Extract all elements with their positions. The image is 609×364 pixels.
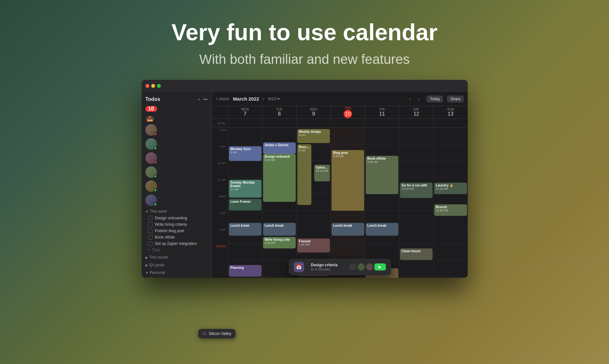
event-book-offsite-fri[interactable]: Book offsite 9:45 AM xyxy=(366,156,398,194)
checkbox-design-onboarding[interactable] xyxy=(148,216,152,220)
close-button[interactable] xyxy=(145,84,149,88)
day-header-sat12[interactable]: Sat 12 xyxy=(399,106,433,118)
home-link[interactable]: + Home xyxy=(216,97,229,101)
avatar-6[interactable] xyxy=(145,194,157,206)
todo-item-design-onboarding[interactable]: Design onboarding xyxy=(142,215,212,221)
day-header-tue8[interactable]: Tue 8 xyxy=(262,106,296,118)
avatar-4[interactable] xyxy=(145,166,157,178)
todo-item-coffee[interactable]: Buy more coffee filters xyxy=(142,276,212,278)
calendar-scroll[interactable]: 8 am 9 am 10 am 11 am Noon 1 pm 2 pm 3:4… xyxy=(212,128,468,278)
day-col-sun[interactable]: Laundry 🔒 11:15 AM Brunch 12:45 PM Groce… xyxy=(433,128,467,278)
day-header-wed9[interactable]: Wed 9 xyxy=(296,106,331,118)
more-options-button[interactable]: ••• xyxy=(203,97,208,102)
next-week-button[interactable]: › xyxy=(415,95,423,103)
day-col-mon[interactable]: Monday Sync 9 AM Sunday Monday Emails 11… xyxy=(228,128,262,278)
event-blog-post-thu[interactable]: Blog post 9:30 AM xyxy=(332,150,364,211)
q4-goals-section-header[interactable]: ▶ Q4 goals xyxy=(142,261,212,269)
day-header-fri11[interactable]: Fri 11 xyxy=(365,106,399,118)
week-dropdown-icon: ▾ xyxy=(277,96,280,101)
event-title-design-onboard-tue: Design onboardi xyxy=(265,155,294,158)
event-lunch-mon[interactable]: Lunch break xyxy=(229,223,262,236)
event-brunch[interactable]: Brunch 12:45 PM xyxy=(434,204,467,216)
all-day-tue[interactable] xyxy=(262,119,296,127)
event-emails[interactable]: Sunday Monday Emails 11 AM xyxy=(229,180,262,198)
todo-item-publish-blog[interactable]: Publish blog post xyxy=(142,228,212,234)
separator: / xyxy=(263,97,264,101)
avatar-1[interactable] xyxy=(145,124,157,136)
this-week-section-header[interactable]: ▼ This week xyxy=(142,207,212,215)
checkbox-zapier[interactable] xyxy=(148,241,152,246)
avatar-3[interactable] xyxy=(145,152,157,164)
event-clean-house[interactable]: Clean house xyxy=(400,248,433,260)
todo-popup[interactable]: ☑ Silicon Valley xyxy=(198,329,236,338)
checkbox-write-hiring[interactable] xyxy=(148,222,152,227)
event-write-hiring-tue[interactable]: Write hiring crite 1:30 PM xyxy=(263,237,296,248)
event-time-research-offsite: 9 AM xyxy=(299,149,310,152)
prev-week-button[interactable]: ‹ xyxy=(406,95,414,103)
q4-label: Q4 goals xyxy=(149,263,165,267)
avatar-2[interactable] xyxy=(145,138,157,150)
event-title-weekly-design: Weekly design xyxy=(299,130,328,133)
personal-section-header[interactable]: ▼ Personal xyxy=(142,269,212,276)
notif-actions: ▶ xyxy=(349,263,386,270)
event-lunch-fri[interactable]: Lunch break xyxy=(366,223,398,236)
day-header-thu10[interactable]: Thu 10 xyxy=(331,106,365,118)
event-research-offsite[interactable]: Research offsite 9 AM xyxy=(297,144,311,205)
event-title-laundry: Laundry 🔒 xyxy=(436,184,465,187)
day-col-thu[interactable]: Blog post 9:30 AM Lunch break Design cri… xyxy=(331,128,365,278)
day-header-mon7[interactable]: Mon 7 xyxy=(228,106,262,118)
day-col-wed[interactable]: Weekly design 8 AM Research offsite 9 AM… xyxy=(296,128,331,278)
event-laundry[interactable]: Laundry 🔒 11:15 AM xyxy=(434,183,467,194)
all-day-sat[interactable] xyxy=(399,119,433,127)
share-button[interactable]: Share xyxy=(447,95,464,102)
event-learn-framer[interactable]: Learn Framer xyxy=(229,199,262,210)
week-label: W10 xyxy=(268,96,277,101)
week-badge[interactable]: W10 ▾ xyxy=(268,96,280,101)
event-weekly-design[interactable]: Weekly design 8 AM xyxy=(297,129,330,143)
notification-popup[interactable]: 📅 Design criteria In 3 minutes ▶ xyxy=(289,259,391,275)
checkbox-publish-blog[interactable] xyxy=(148,229,152,233)
todo-item-book-offsite[interactable]: Book offsite xyxy=(142,234,212,240)
add-this-week-todo[interactable]: + Todo xyxy=(142,247,212,253)
checkbox-coffee[interactable] xyxy=(148,277,152,278)
all-day-wed[interactable] xyxy=(296,119,331,127)
personal-label: Personal xyxy=(150,270,165,275)
inbox-icon-button[interactable]: 📥 xyxy=(145,116,154,122)
event-stefan-dennis[interactable]: Stefan x Dennis xyxy=(263,142,296,154)
todo-item-write-hiring[interactable]: Write hiring criteria xyxy=(142,221,212,228)
add-todo-button[interactable]: + xyxy=(198,97,200,102)
this-month-section-header[interactable]: ▶ This month xyxy=(142,253,212,261)
sidebar-header: Todos + ••• xyxy=(142,95,212,104)
all-day-mon[interactable] xyxy=(228,119,262,127)
all-day-fri[interactable] xyxy=(365,119,399,127)
event-title-lunch-tue: Lunch break xyxy=(265,224,294,227)
event-lunch-tue[interactable]: Lunch break xyxy=(263,223,296,236)
all-day-sun[interactable] xyxy=(433,119,467,127)
event-design-onboard-tue[interactable]: Design onboardi 9:30 AM xyxy=(263,154,296,202)
day-col-fri[interactable]: Book offsite 9:45 AM Lunch break Dog tra… xyxy=(365,128,399,278)
maximize-button[interactable] xyxy=(157,84,161,88)
event-monday-sync[interactable]: Monday Sync 9 AM xyxy=(229,146,262,161)
minimize-button[interactable] xyxy=(151,84,155,88)
time-label-8am: 8 am xyxy=(219,128,226,132)
day-col-sat[interactable]: Go for a run with 11:15 AM Clean house D… xyxy=(399,128,433,278)
event-planning[interactable]: Planning xyxy=(229,265,262,277)
checkbox-book-offsite[interactable] xyxy=(148,235,152,239)
todo-text-write-hiring: Write hiring criteria xyxy=(155,222,187,227)
event-go-run[interactable]: Go for a run with 11:15 AM xyxy=(400,183,433,198)
event-title-upload-video: Upload video xyxy=(316,166,328,169)
event-upload-video[interactable]: Upload video 10:15 AM xyxy=(314,165,330,181)
event-time-book-offsite-fri: 9:45 AM xyxy=(367,160,397,163)
all-day-thu[interactable] xyxy=(331,119,365,127)
today-button[interactable]: Today xyxy=(426,95,443,102)
event-lunch-thu[interactable]: Lunch break xyxy=(332,223,364,236)
day-col-tue[interactable]: Stefan x Dennis Design onboardi 9:30 AM … xyxy=(262,128,296,278)
notif-video-btn[interactable]: ▶ xyxy=(374,263,386,270)
day-num-12: 12 xyxy=(413,111,419,117)
all-day-label: All day xyxy=(212,119,228,127)
day-header-sun13[interactable]: Sun 13 xyxy=(433,106,467,118)
time-label-1pm: 1 pm xyxy=(219,211,226,215)
event-fooood[interactable]: Fooood 1:45 PM xyxy=(297,239,330,253)
todo-item-zapier[interactable]: Set up Zapier integration xyxy=(142,240,212,247)
avatar-5[interactable] xyxy=(145,180,157,192)
